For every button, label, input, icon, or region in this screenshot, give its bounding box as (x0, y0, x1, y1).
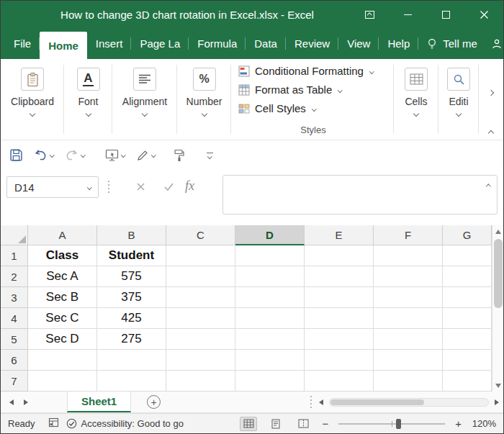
cell-A7[interactable] (28, 371, 97, 392)
zoom-out-button[interactable]: − (322, 417, 328, 430)
cell-B5[interactable]: 275 (97, 329, 166, 350)
cell-B6[interactable] (97, 350, 166, 371)
ribbon-display-options-button[interactable] (351, 1, 389, 28)
tab-data[interactable]: Data (246, 28, 286, 59)
row-header-7[interactable]: 7 (1, 371, 28, 392)
zoom-in-button[interactable]: + (455, 417, 462, 430)
column-header-D[interactable]: D (235, 225, 305, 245)
tab-tell-me[interactable]: Tell me (418, 28, 486, 59)
collapse-ribbon-icon[interactable] (488, 130, 494, 136)
cell-A2[interactable]: Sec A (28, 266, 97, 287)
column-header-E[interactable]: E (305, 225, 374, 245)
zoom-slider[interactable] (338, 423, 445, 425)
number-group-button[interactable]: % Number (177, 59, 231, 140)
cell-F4[interactable] (374, 308, 443, 329)
cell-B4[interactable]: 425 (97, 308, 166, 329)
column-header-A[interactable]: A (28, 225, 97, 245)
row-header-6[interactable]: 6 (1, 350, 28, 371)
accessibility-status[interactable]: Accessibility: Good to go (66, 418, 184, 429)
name-box-dropdown-icon[interactable] (87, 185, 91, 189)
page-break-view-button[interactable] (294, 417, 312, 431)
cell-D1[interactable] (235, 245, 305, 266)
format-painter-button[interactable] (173, 149, 184, 162)
cell-G1[interactable] (443, 245, 492, 266)
cell-G3[interactable] (443, 287, 492, 308)
vertical-scroll-thumb[interactable] (494, 239, 503, 308)
cell-A5[interactable]: Sec D (28, 329, 97, 350)
cell-F7[interactable] (374, 371, 443, 392)
cell-E5[interactable] (305, 329, 374, 350)
customize-qat-button[interactable] (207, 153, 213, 158)
horizontal-scrollbar[interactable] (310, 392, 503, 412)
conditional-formatting-button[interactable]: Conditional Formatting (238, 65, 373, 77)
column-header-B[interactable]: B (97, 225, 166, 245)
page-layout-view-button[interactable] (267, 417, 284, 431)
tab-home[interactable]: Home (40, 32, 87, 59)
ink-button[interactable] (136, 149, 156, 162)
format-as-table-button[interactable]: Format as Table (238, 83, 342, 96)
scroll-left-button[interactable] (319, 399, 323, 405)
font-group-button[interactable]: A Font (64, 59, 112, 140)
cell-E6[interactable] (305, 350, 374, 371)
row-header-1[interactable]: 1 (1, 245, 28, 266)
maximize-button[interactable] (427, 1, 465, 28)
name-box[interactable]: D14 (6, 176, 99, 198)
cell-B2[interactable]: 575 (97, 266, 166, 287)
close-button[interactable] (465, 1, 503, 28)
cell-D5[interactable] (235, 329, 305, 350)
tab-splitter-handle[interactable] (310, 396, 312, 408)
macro-record-button[interactable] (48, 417, 59, 430)
ribbon-overflow-icon[interactable] (488, 90, 494, 96)
cell-C2[interactable] (166, 266, 235, 287)
cell-G7[interactable] (443, 371, 492, 392)
cell-C5[interactable] (166, 329, 235, 350)
cell-D3[interactable] (235, 287, 305, 308)
tab-file[interactable]: File (5, 28, 40, 59)
row-header-5[interactable]: 5 (1, 329, 28, 350)
scroll-down-button[interactable] (492, 379, 503, 392)
cell-F2[interactable] (374, 266, 443, 287)
tab-help[interactable]: Help (379, 28, 418, 59)
undo-dropdown-icon[interactable] (50, 153, 54, 157)
cell-D6[interactable] (235, 350, 305, 371)
cell-F6[interactable] (374, 350, 443, 371)
share-button[interactable]: Share (486, 28, 504, 59)
touch-mode-button[interactable] (105, 149, 125, 161)
redo-dropdown-icon[interactable] (81, 153, 85, 157)
cell-E3[interactable] (305, 287, 374, 308)
touch-mode-dropdown-icon[interactable] (121, 153, 125, 157)
cells-group-button[interactable]: Cells (394, 59, 438, 140)
redo-button[interactable] (65, 148, 85, 162)
minimize-button[interactable] (389, 1, 427, 28)
select-all-button[interactable] (1, 225, 28, 245)
cell-A6[interactable] (28, 350, 97, 371)
cell-B7[interactable] (97, 371, 166, 392)
cell-G2[interactable] (443, 266, 492, 287)
scroll-up-button[interactable] (492, 225, 503, 238)
tab-page-layout[interactable]: Page La (131, 28, 189, 59)
formula-input[interactable] (222, 175, 498, 214)
column-header-G[interactable]: G (443, 225, 492, 245)
cell-F5[interactable] (374, 329, 443, 350)
cell-C6[interactable] (166, 350, 235, 371)
horizontal-scroll-thumb[interactable] (330, 399, 424, 405)
cell-C7[interactable] (166, 371, 235, 392)
save-button[interactable] (9, 148, 23, 162)
cell-G6[interactable] (443, 350, 492, 371)
cell-D4[interactable] (235, 308, 305, 329)
cell-E7[interactable] (305, 371, 374, 392)
cell-B1[interactable]: Student (97, 245, 166, 266)
insert-function-button[interactable]: fx (185, 178, 194, 194)
cell-F3[interactable] (374, 287, 443, 308)
zoom-level-label[interactable]: 120% (472, 418, 496, 429)
horizontal-scroll-track[interactable] (329, 398, 489, 407)
cancel-button[interactable] (136, 181, 145, 194)
cell-E2[interactable] (305, 266, 374, 287)
editing-group-button[interactable]: Editi (438, 59, 479, 140)
cell-C1[interactable] (166, 245, 235, 266)
cell-G5[interactable] (443, 329, 492, 350)
formula-bar-handle[interactable] (108, 181, 109, 193)
cell-A4[interactable]: Sec C (28, 308, 97, 329)
tab-view[interactable]: View (338, 28, 379, 59)
cell-styles-button[interactable]: Cell Styles (238, 102, 315, 114)
